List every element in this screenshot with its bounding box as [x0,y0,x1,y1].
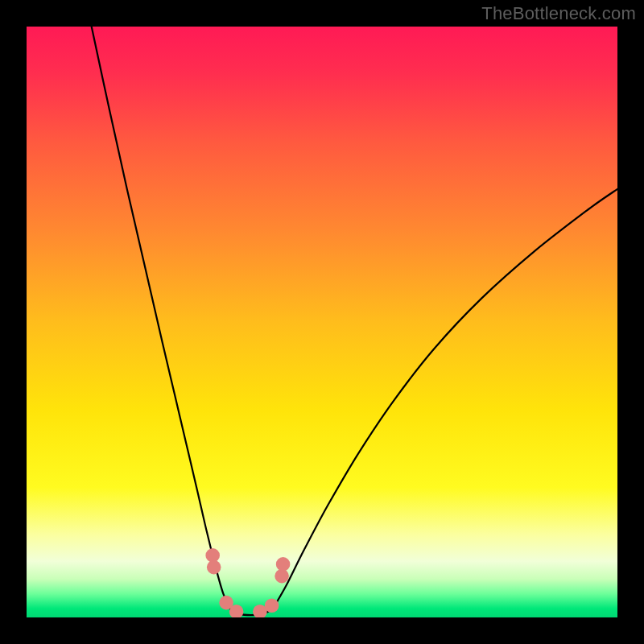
bottleneck-curve [27,27,617,617]
watermark-text: TheBottleneck.com [481,3,636,24]
marker-dot [276,557,291,572]
chart-frame: TheBottleneck.com [0,0,644,644]
marker-dot [265,599,279,613]
plot-area [27,27,617,617]
marker-group [205,548,290,617]
curve-path [92,27,617,615]
marker-dot [207,560,221,575]
